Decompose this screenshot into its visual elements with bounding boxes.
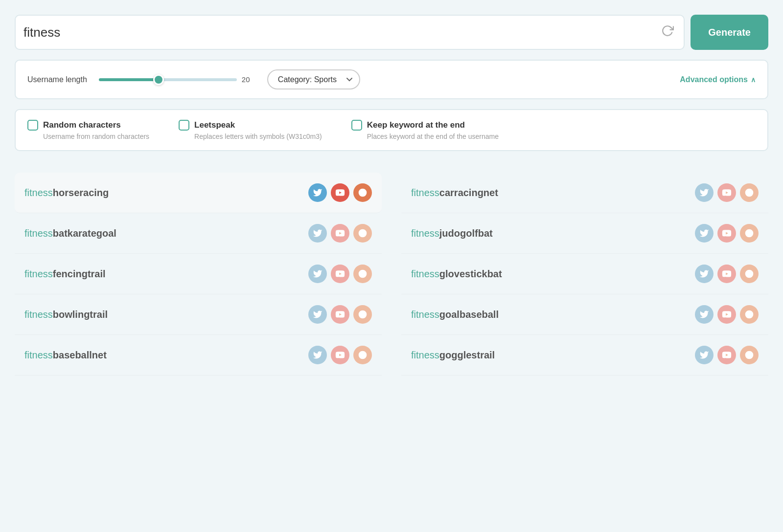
twitter-bird-icon [313, 350, 322, 360]
svg-point-26 [361, 314, 362, 315]
result-item[interactable]: fitnessbaseballnet [15, 335, 382, 376]
social-icons [308, 346, 372, 364]
result-keyword: fitness [411, 228, 439, 239]
social-icons [695, 346, 759, 364]
result-keyword: fitness [24, 268, 53, 279]
result-item[interactable]: fitnessfencingtrail [15, 254, 382, 294]
keep-keyword-checkbox[interactable] [351, 120, 362, 131]
reddit-icon[interactable] [353, 265, 372, 283]
result-keyword: fitness [411, 268, 439, 279]
youtube-icon[interactable] [331, 224, 349, 243]
twitter-icon[interactable] [308, 183, 327, 202]
twitter-icon[interactable] [695, 265, 714, 283]
result-item[interactable]: fitnessjudogolfbat [401, 213, 768, 254]
result-item[interactable]: fitnessgogglestrail [401, 335, 768, 376]
result-item[interactable]: fitnesscarracingnet [401, 173, 768, 213]
advanced-options-label: Advanced options [680, 75, 748, 84]
twitter-bird-icon [699, 188, 709, 198]
result-keyword: fitness [24, 350, 53, 360]
leetspeak-item: Leetspeak Replaces letters with symbols … [179, 120, 322, 140]
reddit-icon[interactable] [740, 224, 759, 243]
category-select[interactable]: Category: Sports Category: Gaming Catego… [267, 69, 360, 89]
result-item[interactable]: fitnesshorseracing [15, 173, 382, 213]
random-chars-desc: Username from random characters [43, 133, 149, 140]
result-keyword: fitness [24, 309, 53, 320]
result-item[interactable]: fitnessbowlingtrail [15, 294, 382, 335]
youtube-icon[interactable] [331, 265, 349, 283]
leetspeak-title: Leetspeak [194, 120, 235, 130]
leetspeak-label-row: Leetspeak [179, 120, 322, 131]
reddit-icon[interactable] [353, 346, 372, 364]
twitter-icon[interactable] [308, 305, 327, 324]
youtube-play-icon [722, 188, 732, 198]
length-slider[interactable] [99, 78, 237, 81]
twitter-bird-icon [699, 350, 709, 360]
twitter-icon[interactable] [695, 224, 714, 243]
reddit-icon[interactable] [740, 305, 759, 324]
keep-keyword-title: Keep keyword at the end [367, 120, 465, 130]
youtube-icon[interactable] [717, 224, 736, 243]
youtube-icon[interactable] [331, 305, 349, 324]
result-keyword: fitness [411, 350, 439, 360]
youtube-icon[interactable] [331, 183, 349, 202]
twitter-bird-icon [313, 269, 322, 279]
reddit-icon[interactable] [740, 183, 759, 202]
leetspeak-checkbox[interactable] [179, 120, 189, 131]
youtube-icon[interactable] [717, 346, 736, 364]
random-chars-checkbox[interactable] [27, 120, 38, 131]
reddit-icon[interactable] [740, 265, 759, 283]
reddit-icon[interactable] [740, 346, 759, 364]
svg-point-11 [363, 233, 364, 234]
result-suffix: fencingtrail [53, 268, 106, 279]
youtube-play-icon [722, 269, 732, 279]
reddit-alien-icon [358, 350, 368, 360]
reddit-icon[interactable] [353, 183, 372, 202]
youtube-icon[interactable] [717, 183, 736, 202]
advanced-panel: Random characters Username from random c… [15, 109, 768, 151]
twitter-icon[interactable] [308, 224, 327, 243]
generate-button[interactable]: Generate [691, 15, 768, 50]
twitter-icon[interactable] [695, 183, 714, 202]
youtube-play-icon [722, 310, 732, 319]
reset-icon [661, 24, 674, 37]
result-keyword: fitness [24, 228, 53, 239]
result-suffix: gogglestrail [439, 350, 495, 360]
social-icons [308, 305, 372, 324]
keep-keyword-desc: Places keyword at the end of the usernam… [367, 133, 499, 140]
result-name: fitnessgoalbaseball [411, 309, 499, 320]
twitter-icon[interactable] [308, 346, 327, 364]
result-keyword: fitness [411, 187, 439, 198]
svg-point-2 [361, 193, 362, 194]
reddit-icon[interactable] [353, 224, 372, 243]
social-icons [308, 183, 372, 202]
result-item[interactable]: fitnessglovestickbat [401, 254, 768, 294]
advanced-options-button[interactable]: Advanced options ∧ [680, 75, 756, 84]
result-item[interactable]: fitnessbatkarategoal [15, 213, 382, 254]
svg-point-7 [750, 193, 751, 194]
youtube-icon[interactable] [717, 265, 736, 283]
svg-point-35 [363, 355, 364, 356]
search-input[interactable] [23, 25, 659, 40]
svg-point-22 [748, 274, 749, 275]
result-suffix: horseracing [53, 187, 109, 198]
reddit-alien-icon [358, 310, 368, 319]
twitter-icon[interactable] [308, 265, 327, 283]
leetspeak-desc: Replaces letters with symbols (W31c0m3) [194, 133, 322, 140]
result-item[interactable]: fitnessgoalbaseball [401, 294, 768, 335]
twitter-icon[interactable] [695, 305, 714, 324]
options-row: Username length 20 Category: Sports Cate… [15, 60, 768, 99]
svg-point-18 [361, 274, 362, 275]
youtube-icon[interactable] [331, 346, 349, 364]
result-suffix: judogolfbat [439, 228, 493, 239]
reddit-icon[interactable] [353, 305, 372, 324]
twitter-icon[interactable] [695, 346, 714, 364]
svg-point-14 [748, 233, 749, 234]
result-name: fitnessgogglestrail [411, 350, 495, 361]
youtube-icon[interactable] [717, 305, 736, 324]
social-icons [695, 224, 759, 243]
reset-button[interactable] [659, 22, 676, 42]
result-name: fitnessbowlingtrail [24, 309, 108, 320]
svg-point-31 [750, 314, 751, 315]
result-name: fitnessjudogolfbat [411, 228, 493, 239]
reddit-alien-icon [358, 228, 368, 238]
